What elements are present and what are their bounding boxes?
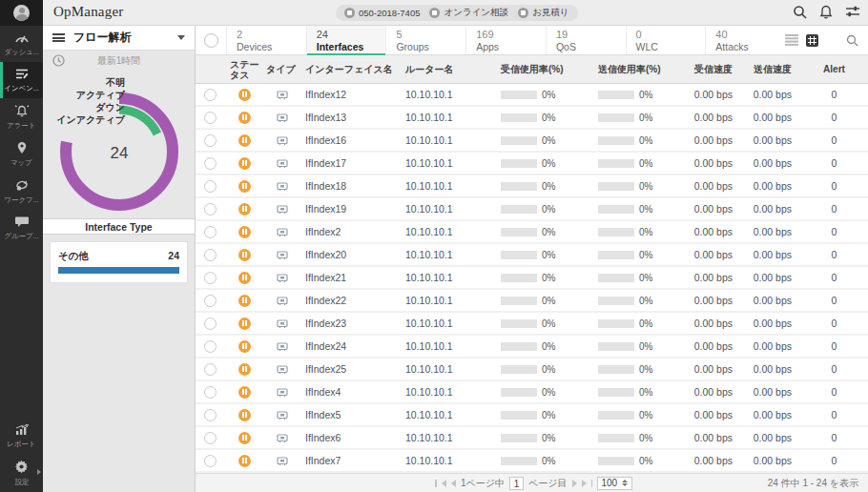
- row-select-radio[interactable]: [204, 89, 217, 101]
- sidebar-item-workflow[interactable]: ワークフ...: [0, 173, 43, 210]
- legend-inactive[interactable]: インアクティブ: [52, 114, 125, 126]
- interface-name-link[interactable]: IfIndex21: [300, 272, 401, 283]
- interface-name-link[interactable]: IfIndex4: [300, 386, 401, 398]
- interface-name-link[interactable]: IfIndex23: [300, 318, 401, 329]
- tab-wlc[interactable]: 0 WLC: [626, 26, 706, 54]
- interface-name-link[interactable]: IfIndex7: [300, 455, 401, 466]
- row-select-radio[interactable]: [204, 432, 217, 444]
- status-warning-icon[interactable]: [238, 386, 251, 399]
- settings-sliders-icon[interactable]: [845, 5, 860, 19]
- prev-page-icon[interactable]: [451, 480, 456, 487]
- router-name[interactable]: 10.10.10.1: [401, 363, 496, 375]
- row-select-radio[interactable]: [204, 272, 217, 284]
- interface-name-link[interactable]: IfIndex16: [300, 134, 401, 146]
- interface-name-link[interactable]: IfIndex17: [300, 157, 401, 169]
- row-select-radio[interactable]: [204, 386, 217, 399]
- page-size-select[interactable]: 100: [597, 477, 633, 490]
- status-warning-icon[interactable]: [238, 432, 251, 444]
- sidebar-item-settings[interactable]: 設定: [0, 454, 43, 492]
- router-name[interactable]: 10.10.10.1: [401, 340, 496, 352]
- tab-qos[interactable]: 19 QoS: [546, 26, 626, 54]
- row-select-radio[interactable]: [204, 180, 217, 193]
- column-header-alert[interactable]: Alert: [805, 64, 863, 74]
- select-all-radio[interactable]: [204, 33, 218, 48]
- interface-name-link[interactable]: IfIndex25: [300, 363, 401, 375]
- row-select-radio[interactable]: [204, 134, 217, 147]
- status-warning-icon[interactable]: [238, 134, 251, 147]
- column-header-router-name[interactable]: ルーター名: [401, 64, 496, 74]
- tab-apps[interactable]: 169 Apps: [465, 26, 546, 54]
- list-view-icon[interactable]: [785, 34, 798, 46]
- interface-name-link[interactable]: IfIndex22: [300, 295, 401, 306]
- interface-name-link[interactable]: IfIndex5: [300, 409, 401, 420]
- row-select-radio[interactable]: [204, 249, 217, 261]
- row-select-radio[interactable]: [204, 203, 217, 215]
- status-warning-icon[interactable]: [238, 249, 251, 261]
- table-search-icon[interactable]: [846, 34, 858, 47]
- status-warning-icon[interactable]: [238, 89, 251, 101]
- chevron-down-icon[interactable]: [177, 35, 185, 40]
- router-name[interactable]: 10.10.10.1: [401, 89, 496, 100]
- tab-interfaces[interactable]: 24 Interfaces: [306, 26, 386, 54]
- status-warning-icon[interactable]: [238, 272, 251, 284]
- sidebar-item-groups[interactable]: グループ...: [0, 210, 43, 246]
- status-warning-icon[interactable]: [238, 318, 251, 330]
- router-name[interactable]: 10.10.10.1: [401, 112, 496, 123]
- sidebar-item-inventory[interactable]: インベン...: [0, 62, 43, 98]
- row-select-radio[interactable]: [204, 363, 217, 376]
- status-warning-icon[interactable]: [238, 112, 251, 124]
- column-header-rx-util[interactable]: 受信使用率(%): [496, 64, 591, 74]
- status-warning-icon[interactable]: [238, 409, 251, 421]
- status-warning-icon[interactable]: [238, 157, 251, 170]
- sidebar-item-reports[interactable]: レポート: [0, 418, 43, 454]
- status-warning-icon[interactable]: [238, 180, 251, 193]
- column-header-interface-name[interactable]: インターフェイス名: [300, 64, 401, 74]
- router-name[interactable]: 10.10.10.1: [401, 386, 496, 398]
- interface-name-link[interactable]: IfIndex20: [300, 249, 401, 260]
- first-page-icon[interactable]: [442, 480, 446, 487]
- legend-unknown[interactable]: 不明: [52, 77, 125, 89]
- row-select-radio[interactable]: [204, 157, 217, 170]
- row-select-radio[interactable]: [204, 295, 217, 307]
- interface-name-link[interactable]: IfIndex2: [300, 226, 401, 237]
- router-name[interactable]: 10.10.10.1: [401, 157, 496, 169]
- interface-name-link[interactable]: IfIndex18: [300, 180, 401, 192]
- router-name[interactable]: 10.10.10.1: [401, 203, 496, 215]
- last-page-icon[interactable]: [582, 480, 587, 487]
- router-name[interactable]: 10.10.10.1: [401, 295, 496, 306]
- row-select-radio[interactable]: [204, 226, 217, 238]
- status-warning-icon[interactable]: [238, 340, 251, 353]
- status-warning-icon[interactable]: [238, 203, 251, 215]
- next-page-icon[interactable]: [572, 480, 577, 487]
- interface-name-link[interactable]: IfIndex24: [300, 340, 401, 352]
- sidebar-item-maps[interactable]: マップ: [0, 135, 43, 173]
- row-select-radio[interactable]: [204, 318, 217, 330]
- column-header-status[interactable]: ステータス: [224, 59, 264, 80]
- interface-name-link[interactable]: IfIndex12: [300, 89, 401, 100]
- legend-down[interactable]: ダウン: [52, 102, 125, 113]
- router-name[interactable]: 10.10.10.1: [401, 409, 496, 420]
- status-warning-icon[interactable]: [238, 226, 251, 238]
- interface-name-link[interactable]: IfIndex19: [300, 203, 401, 215]
- router-name[interactable]: 10.10.10.1: [401, 134, 496, 146]
- column-header-tx-util[interactable]: 送信使用率(%): [591, 64, 687, 74]
- row-select-radio[interactable]: [204, 455, 217, 467]
- router-name[interactable]: 10.10.10.1: [401, 318, 496, 329]
- interface-type-bar[interactable]: [58, 267, 179, 274]
- online-consult-link[interactable]: オンライン相談: [429, 7, 508, 19]
- hamburger-menu-icon[interactable]: [52, 33, 65, 42]
- page-number-input[interactable]: 1: [509, 477, 524, 490]
- interface-name-link[interactable]: IfIndex6: [300, 432, 401, 443]
- router-name[interactable]: 10.10.10.1: [401, 432, 496, 443]
- column-header-tx-speed[interactable]: 送信速度: [746, 64, 805, 74]
- router-name[interactable]: 10.10.10.1: [401, 272, 496, 283]
- tab-devices[interactable]: 2 Devices: [226, 26, 306, 54]
- sidebar-item-alerts[interactable]: アラート: [0, 98, 43, 135]
- status-warning-icon[interactable]: [238, 295, 251, 307]
- notification-bell-icon[interactable]: [819, 5, 833, 19]
- interface-name-link[interactable]: IfIndex13: [300, 112, 401, 123]
- row-select-radio[interactable]: [204, 409, 217, 421]
- status-warning-icon[interactable]: [238, 455, 251, 467]
- flow-panel-header[interactable]: フロー解析: [43, 26, 195, 51]
- status-warning-icon[interactable]: [238, 363, 251, 376]
